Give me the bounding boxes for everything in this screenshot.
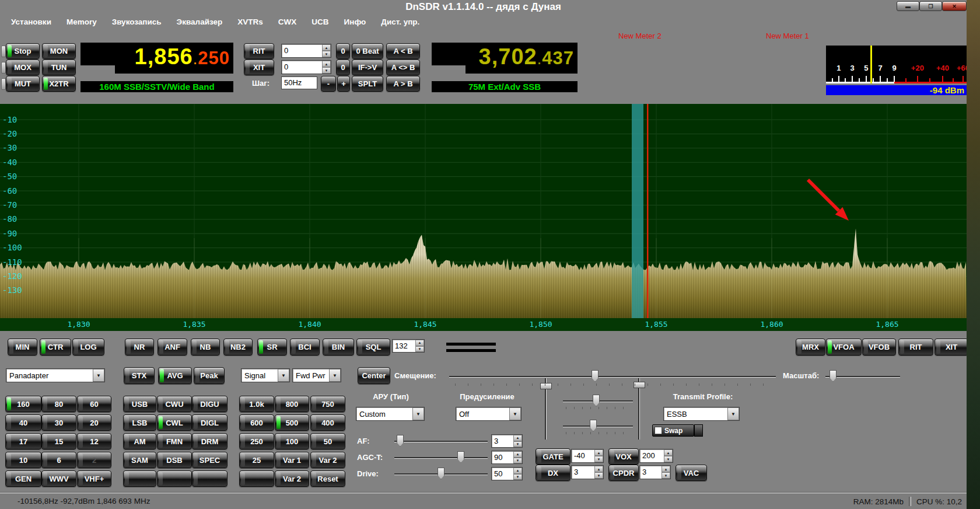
gate-button[interactable]: GATE [536,448,570,465]
filter-button-1.0k[interactable]: 1.0k [239,396,274,412]
dsp-button-bin[interactable]: BIN [323,339,354,355]
band-button-vhf+[interactable]: VHF+ [77,470,111,487]
af-slider[interactable] [394,441,488,442]
vfo-button-rit[interactable]: RIT [898,339,933,355]
menu-item-ucb[interactable]: UCB [304,18,336,26]
maximize-button[interactable]: ❐ [919,1,942,11]
swap-checkbox-box[interactable] [654,427,662,434]
zoom-slider[interactable] [825,376,900,378]
a-gt-b-button[interactable]: A > B [386,76,420,92]
mode-button-cwu[interactable]: CWU [157,396,192,412]
tx-button-tun[interactable]: TUN [42,60,76,75]
a-swap-b-button[interactable]: A <> B [386,60,420,75]
view-button-ctr[interactable]: CTR [40,339,71,355]
dsp-button-anf[interactable]: ANF [158,339,187,355]
band-button-10[interactable]: 10 [5,452,41,468]
tx-button-mox[interactable]: MOX [6,60,40,75]
band-button-wwv[interactable]: WWV [41,470,76,487]
agct-slider-thumb[interactable] [457,451,464,463]
band-button-6[interactable]: 6 [41,452,76,468]
filter-button-25[interactable]: 25 [239,452,274,468]
step-plus-button[interactable]: + [337,76,350,92]
minimize-button[interactable]: ▬ [897,1,919,11]
filter-button-100[interactable]: 100 [275,433,309,449]
balance-slider-right-thumb[interactable] [634,382,645,388]
split-button[interactable]: SPLT [352,76,383,92]
rit-zero-button[interactable]: 0 [336,43,350,59]
preamp-select[interactable]: Off▼ [456,407,522,421]
dsp-button-sr[interactable]: SR [257,339,287,355]
view-button-min[interactable]: MIN [8,339,37,355]
mode-button-usb[interactable]: USB [123,396,156,412]
pan-divider-line[interactable] [446,343,496,346]
menu-item-cwx[interactable]: CWX [271,18,304,26]
swap-stub-button[interactable] [694,424,703,437]
menu-item-установки[interactable]: Установки [4,18,59,26]
rit-spinner[interactable]: 0▲▼ [281,44,331,58]
mode-button-sam[interactable]: SAM [123,452,156,468]
xit-spinner[interactable]: 0▲▼ [281,60,331,74]
band-button-160[interactable]: 160 [5,396,41,412]
offset-slider-thumb[interactable] [592,370,598,382]
mix-slider-bottom-thumb[interactable] [590,420,597,431]
zero-beat-button[interactable]: 0 Beat [352,43,383,59]
zoom-slider-thumb[interactable] [830,370,836,382]
mix-slider-top-thumb[interactable] [593,395,600,406]
drive-slider-thumb[interactable] [438,468,444,479]
cpdr-spinner[interactable]: 3▲▼ [639,465,671,479]
power-select[interactable]: Fwd Pwr▼ [292,368,341,382]
band-button-80[interactable]: 80 [41,396,76,412]
band-button-60[interactable]: 60 [77,396,111,412]
tx-button-mut[interactable]: MUT [6,76,40,92]
dx-button[interactable]: DX [536,465,570,481]
stx-button[interactable]: STX [124,367,155,384]
mode-button-cwl[interactable]: CWL [157,414,192,431]
band-button-gen[interactable]: GEN [5,470,41,487]
mode-button-drm[interactable]: DRM [192,433,228,449]
center-button[interactable]: Center [358,367,390,384]
filter-button-500[interactable]: 500 [275,414,309,431]
gate-spinner[interactable]: -40▲▼ [571,449,604,463]
agc-type-select[interactable]: Custom▼ [356,407,425,421]
avg-button[interactable]: AVG [158,367,192,384]
dsp-button-nb[interactable]: NB [191,339,220,355]
menu-item-дист-упр-[interactable]: Дист. упр. [373,18,427,26]
group-handle[interactable] [1,62,6,74]
filter-button-250[interactable]: 250 [239,433,274,449]
menu-item-эквалайзер[interactable]: Эквалайзер [169,18,230,26]
step-minus-button[interactable]: - [321,76,336,92]
band-button-2[interactable]: 2 [77,452,111,468]
mode-button-blank[interactable] [157,470,192,487]
transmit-profile-select[interactable]: ESSB▼ [663,407,740,421]
a-lt-b-button[interactable]: A < B [386,43,420,59]
filter-button-reset[interactable]: Reset [310,470,345,487]
band-button-30[interactable]: 30 [41,414,76,431]
offset-slider[interactable] [449,376,776,378]
agct-spinner[interactable]: 90▲▼ [491,451,523,464]
band-button-17[interactable]: 17 [5,433,41,449]
signal-select[interactable]: Signal▼ [241,368,290,382]
menu-item-xvtrs[interactable]: XVTRs [230,18,271,26]
band-button-12[interactable]: 12 [77,433,111,449]
vfo-button-xit[interactable]: XIT [935,339,968,355]
pan-divider-line[interactable] [446,349,496,352]
filter-button-50[interactable]: 50 [310,433,345,449]
vox-spinner[interactable]: 200▲▼ [639,449,673,463]
dsp-button-bci[interactable]: BCI [290,339,320,355]
vfo-button-mrx[interactable]: MRX [796,339,825,355]
sql-spinner[interactable]: 132▲▼ [392,339,425,353]
mode-button-dsb[interactable]: DSB [157,452,192,468]
xit-button[interactable]: XIT [244,60,274,75]
band-button-40[interactable]: 40 [5,414,41,431]
filter-button-800[interactable]: 800 [275,396,309,412]
swap-checkbox[interactable]: Swap [652,424,694,437]
if-to-v-button[interactable]: IF->V [352,60,383,75]
agct-slider[interactable] [394,457,488,459]
mode-button-digl[interactable]: DIGL [192,414,228,431]
group-handle[interactable] [1,46,6,57]
balance-slider-left-thumb[interactable] [540,383,552,389]
step-input[interactable]: 50Hz [281,76,317,89]
mode-button-fmn[interactable]: FMN [157,433,192,449]
dsp-button-sql[interactable]: SQL [356,339,390,355]
filter-button-blank[interactable] [239,470,274,487]
